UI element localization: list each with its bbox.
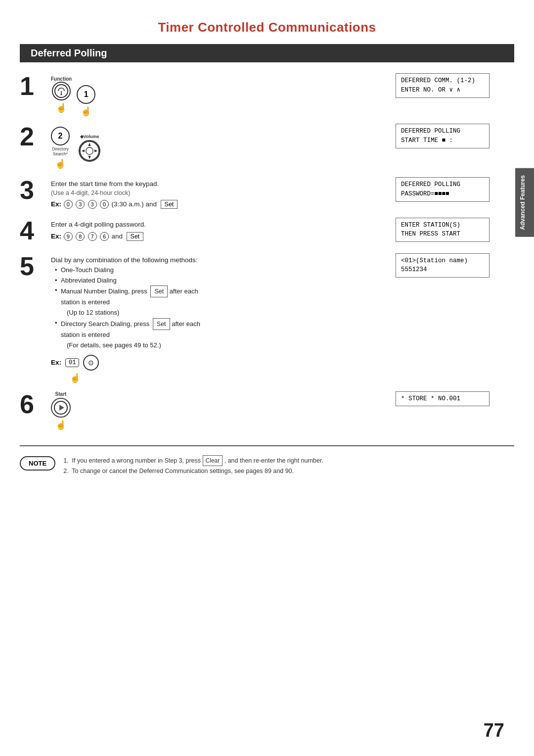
num-1-circle: 1 — [77, 85, 95, 104]
ex4-set-btn: Set — [127, 232, 144, 241]
step-4-lcd: ENTER STATION(S) THEN PRESS START — [205, 216, 514, 244]
press-finger-2: ☝ — [55, 158, 66, 169]
bullet-1: One-Touch Dialing — [55, 265, 205, 276]
svg-marker-4 — [88, 143, 90, 146]
step-4-lcd-line2: THEN PRESS START — [401, 231, 460, 237]
step-5-lcd-box: <01>(Station name) 5551234 — [396, 253, 490, 278]
bullet-3: Manual Number Dialing, press Set after e… — [55, 285, 205, 318]
section-divider — [20, 445, 514, 446]
press-finger-6: ☝ — [55, 420, 66, 430]
step-1-icons: Function ☝ — [51, 73, 95, 117]
ex4-n6: 6 — [100, 232, 109, 241]
step-3-lcd-line1: DEFERRED POLLING — [401, 181, 460, 188]
note-line-1: 1. If you entered a wrong number in Step… — [63, 455, 323, 466]
step-4-ex: Ex: 9 8 7 6 and Set — [51, 232, 143, 241]
step-2-num-icon: 2 DirectorySearch* ☝ — [51, 127, 70, 169]
step-2-number: 2 — [20, 122, 47, 149]
nav-wheel — [79, 140, 100, 162]
step-1-num-icon: 1 ☝ — [77, 85, 95, 117]
step-6-row: 6 Start ☝ * STORE * — [20, 389, 514, 430]
step-1-lcd-line1: DEFERRED COMM. (1-2) — [401, 77, 475, 84]
step-3-text2: (Use a 4-digit, 24-hour clock) — [51, 189, 130, 196]
step-3-left: Enter the start time from the keypad. (U… — [47, 175, 205, 210]
step-5-row: 5 Dial by any combination of the followi… — [20, 251, 514, 383]
step-4-lcd-line1: ENTER STATION(S) — [401, 222, 460, 229]
step-6-lcd-box: * STORE * NO.001 — [396, 391, 490, 407]
start-label: Start — [55, 391, 67, 397]
step-1-row: 1 Function — [20, 71, 514, 117]
step-4-row: 4 Enter a 4-digit polling password. Ex: … — [20, 216, 514, 245]
step-4-lcd-box: ENTER STATION(S) THEN PRESS START — [396, 218, 490, 242]
set-btn-b4: Set — [153, 318, 170, 330]
step-5-left: Dial by any combination of the following… — [47, 251, 205, 383]
step-3-ex: Ex: 0 3 3 0 (3:30 a.m.) and Set — [51, 199, 178, 209]
step-3-text1: Enter the start time from the keypad. — [51, 179, 159, 189]
ex3-n3b: 3 — [88, 200, 97, 209]
step-5-ex-label: Ex: — [51, 359, 61, 366]
step-4-text1: Enter a 4-digit polling password. — [51, 220, 146, 230]
step-5-bullets: One-Touch Dialing Abbreviated Dialing Ma… — [51, 265, 205, 351]
clear-key-ref: Clear — [203, 455, 223, 466]
step-2-lcd-box: DEFERRED POLLING START TIME ■ : — [396, 124, 490, 148]
start-button-group: Start ☝ — [51, 391, 71, 430]
bullet-2: Abbreviated Dialing — [55, 276, 205, 286]
svg-marker-5 — [88, 156, 90, 159]
ex3-set-btn: Set — [161, 200, 178, 209]
start-icon-circle — [51, 398, 71, 418]
bullet-4: Directory Search Dialing, press Set afte… — [55, 318, 205, 351]
num-2-circle: 2 — [51, 127, 70, 145]
vol-label: ◆Volume — [80, 134, 99, 139]
step-3-lcd-box: DEFERRED POLLING PASSWORD=■■■■ — [396, 177, 490, 202]
step-5-lcd-line2: 5551234 — [401, 266, 427, 273]
step-2-lcd-line2: START TIME ■ : — [401, 137, 453, 144]
step-2-left: 2 DirectorySearch* ☝ ◆Volume — [47, 122, 205, 169]
function-label-group: Function ☝ — [51, 76, 72, 113]
function-label: Function — [51, 76, 72, 82]
ex3-n0b: 0 — [100, 200, 109, 209]
step-2-lcd: DEFERRED POLLING START TIME ■ : — [205, 122, 514, 150]
step-1-number: 1 — [20, 71, 47, 99]
step-5-text1: Dial by any combination of the following… — [51, 255, 197, 265]
step-3-row: 3 Enter the start time from the keypad. … — [20, 175, 514, 210]
ex3-time: (3:30 a.m.) and — [112, 200, 157, 208]
note-line-2: 2. To change or cancel the Deferred Comm… — [63, 466, 323, 476]
svg-point-1 — [61, 94, 62, 95]
step-4-number: 4 — [20, 216, 47, 243]
dir-search-label: DirectorySearch* — [52, 146, 69, 156]
step-4-ex-label: Ex: — [51, 233, 63, 240]
step-1-lcd-line2: ENTER NO. OR ∨ ∧ — [401, 87, 460, 94]
ex4-n8: 8 — [76, 232, 85, 241]
step-6-lcd-line1: * STORE * NO.001 — [401, 395, 460, 402]
svg-marker-7 — [94, 149, 97, 152]
step-6-number: 6 — [20, 389, 47, 417]
step-1-lcd-box: DEFERRED COMM. (1-2) ENTER NO. OR ∨ ∧ — [396, 73, 490, 98]
step-1-lcd: DEFERRED COMM. (1-2) ENTER NO. OR ∨ ∧ — [205, 71, 514, 100]
step-6-left: Start ☝ — [47, 389, 205, 430]
step-2-icons: 2 DirectorySearch* ☝ ◆Volume — [51, 124, 100, 169]
step-5-lcd-line1: <01>(Station name) — [401, 257, 468, 264]
step-5-lcd: <01>(Station name) 5551234 — [205, 251, 514, 280]
ex3-n0: 0 — [64, 200, 73, 209]
step-4-left: Enter a 4-digit polling password. Ex: 9 … — [47, 216, 205, 242]
main-title: Timer Controlled Communications — [0, 20, 534, 35]
step-6-lcd: * STORE * NO.001 — [205, 389, 514, 409]
ex5-num-box: 01 — [65, 358, 79, 367]
step-2-lcd-line1: DEFERRED POLLING — [401, 128, 460, 135]
step-2-row: 2 2 DirectorySearch* ☝ ◆Volume — [20, 122, 514, 169]
page-number: 77 — [484, 720, 504, 741]
step-5-finger: ☝ — [51, 373, 81, 383]
step-2-nav-icon: ◆Volume — [79, 134, 100, 162]
ex4-and: and — [112, 233, 123, 240]
ex4-n7: 7 — [88, 232, 97, 241]
press-finger-1: ☝ — [56, 102, 67, 113]
set-btn-b3: Set — [150, 285, 168, 297]
note-section: NOTE 1. If you entered a wrong number in… — [0, 455, 534, 477]
svg-marker-6 — [82, 149, 85, 152]
step-3-number: 3 — [20, 175, 47, 203]
page-container: Advanced Features Timer Controlled Commu… — [0, 0, 534, 756]
section-heading: Deferred Polling — [20, 44, 514, 62]
svg-marker-9 — [59, 405, 64, 411]
function-icon-circle — [52, 82, 71, 100]
ex5-dial-circle: ⊙ — [83, 355, 99, 371]
step-3-lcd-line2: PASSWORD=■■■■ — [401, 190, 449, 197]
